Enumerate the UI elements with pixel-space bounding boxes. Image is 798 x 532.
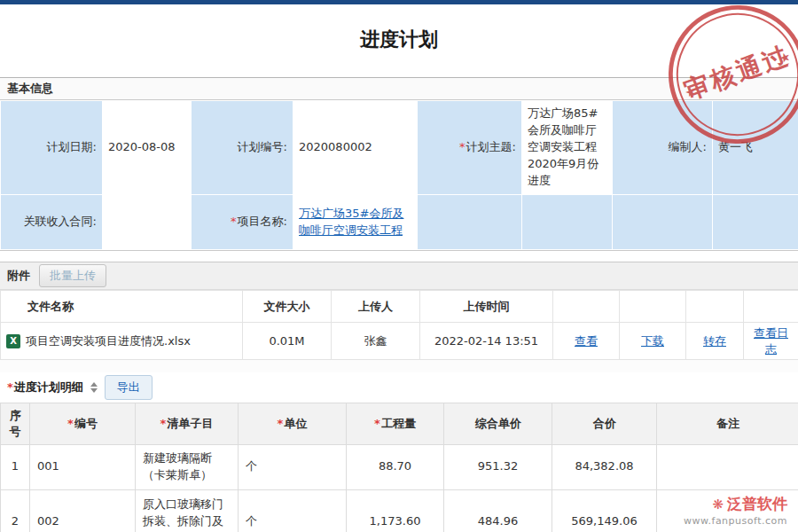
detail-section-title: *进度计划明细 [7,379,83,395]
column-header-uploader: 上传人 [332,291,420,323]
view-link[interactable]: 查看 [575,334,598,348]
excel-file-icon: X [6,334,20,348]
empty-cell [522,195,613,250]
unit-price-cell: 484.96 [444,489,552,532]
unit-cell: 个 [239,445,347,490]
file-name-text: 项目空调安装项目进度情况.xlsx [26,333,191,349]
attachments-section-title: 附件 [7,268,30,284]
vendor-watermark: ❋ 泛普软件 www.fanpusoft.com [684,494,787,527]
column-header-index: 序号 [1,403,30,445]
project-name-cell: 万达广场35#会所及咖啡厅空调安装工程 [293,195,418,250]
basic-info-section-header: 基本信息 [0,77,798,100]
plan-subject-value: 万达广场85#会所及咖啡厅空调安装工程2020年9月份进度 [522,101,613,195]
creator-value: 黄一飞 [713,101,798,195]
project-name-link[interactable]: 万达广场35#会所及咖啡厅空调安装工程 [299,207,403,237]
batch-upload-button[interactable]: 批量上传 [39,264,106,287]
plan-subject-label: *计划主题: [418,101,522,195]
basic-info-section-title: 基本信息 [7,81,53,97]
plan-date-label: 计划日期: [1,101,103,195]
sort-icon[interactable] [90,382,98,393]
file-size-cell: 0.01M [243,323,332,360]
column-header-unit-price: 综合单价 [444,403,552,445]
plan-number-label: 计划编号: [192,101,293,195]
quantity-cell: 1,173.60 [347,489,444,532]
column-header-empty [744,291,798,323]
detail-table: 序号 *编号 *清单子目 *单位 *工程量 综合单价 合价 备注 1 001 新… [0,403,798,532]
basic-info-form: 计划日期: 2020-08-08 计划编号: 2020080002 *计划主题:… [0,100,798,251]
related-contract-label: 关联收入合同: [1,195,103,250]
empty-cell [613,195,713,250]
note-cell [657,445,798,490]
file-name-cell: X 项目空调安装项目进度情况.xlsx [1,323,243,360]
detail-header-row: 序号 *编号 *清单子目 *单位 *工程量 综合单价 合价 备注 [1,403,798,445]
attachments-table: 文件名称 文件大小 上传人 上传时间 X 项目空调安装项目进度情况.xlsx 0… [0,290,798,360]
index-cell: 1 [1,445,30,490]
attachments-section-header: 附件 批量上传 [0,262,798,290]
upload-time-cell: 2022-02-14 13:51 [420,323,553,360]
attachment-row: X 项目空调安装项目进度情况.xlsx 0.01M 张鑫 2022-02-14 … [1,323,798,360]
detail-section-header: *进度计划明细 导出 [0,372,798,403]
export-button[interactable]: 导出 [105,375,153,400]
creator-label: 编制人: [613,101,713,195]
plan-number-value: 2020080002 [293,101,418,195]
total-cell: 569,149.06 [552,489,657,532]
vendor-name: 泛普软件 [727,494,787,514]
column-header-unit: *单位 [239,403,347,445]
project-name-label: *项目名称: [192,195,293,250]
column-header-file-size: 文件大小 [243,291,332,323]
fanpu-logo-icon: ❋ [712,497,724,512]
column-header-note: 备注 [657,403,798,445]
detail-row: 1 001 新建玻璃隔断（卡莱斯卓） 个 88.70 951.32 84,382… [1,445,798,490]
spacer [0,360,798,372]
save-as-link[interactable]: 转存 [703,334,726,348]
related-contract-value [103,195,192,250]
total-cell: 84,382.08 [552,445,657,490]
column-header-empty [620,291,686,323]
index-cell: 2 [1,489,30,532]
uploader-cell: 张鑫 [332,323,420,360]
column-header-empty [686,291,744,323]
detail-row: 2 002 原入口玻璃移门拆装、拆除门及隔墙 个 1,173.60 484.96… [1,489,798,532]
column-header-total: 合价 [552,403,657,445]
code-cell: 002 [30,489,136,532]
column-header-file-name: 文件名称 [1,291,243,323]
spacer [0,251,798,262]
item-cell: 新建玻璃隔断（卡莱斯卓） [136,445,239,490]
vendor-url: www.fanpusoft.com [684,515,787,527]
download-link[interactable]: 下载 [641,334,664,348]
empty-cell [713,195,798,250]
item-cell: 原入口玻璃移门拆装、拆除门及隔墙 [136,489,239,532]
column-header-quantity: *工程量 [347,403,444,445]
quantity-cell: 88.70 [347,445,444,490]
view-log-link[interactable]: 查看日志 [754,326,788,356]
column-header-item: *清单子目 [136,403,239,445]
unit-cell: 个 [239,489,347,532]
empty-cell [418,195,522,250]
column-header-code: *编号 [30,403,136,445]
unit-price-cell: 951.32 [444,445,552,490]
attachments-header-row: 文件名称 文件大小 上传人 上传时间 [1,291,798,323]
page-title: 进度计划 [0,4,798,77]
column-header-upload-time: 上传时间 [420,291,553,323]
code-cell: 001 [30,445,136,490]
plan-date-value: 2020-08-08 [103,101,192,195]
column-header-empty [553,291,620,323]
